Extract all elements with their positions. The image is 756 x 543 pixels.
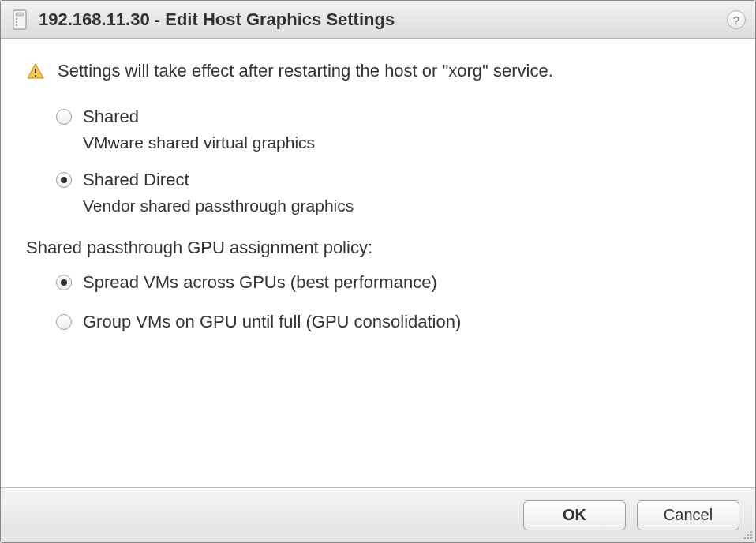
help-icon[interactable]: ? [727, 10, 746, 29]
radio-shared-direct-circle[interactable] [56, 172, 72, 188]
ok-button[interactable]: OK [523, 500, 626, 530]
radio-group-vms-circle[interactable] [56, 314, 72, 330]
info-row: Settings will take effect after restarti… [26, 61, 730, 81]
dialog-title: 192.168.11.30 - Edit Host Graphics Setti… [39, 9, 395, 30]
assignment-policy-label: Shared passthrough GPU assignment policy… [26, 238, 730, 258]
svg-point-9 [750, 534, 752, 536]
radio-shared-desc: VMware shared virtual graphics [83, 133, 730, 152]
cancel-button[interactable]: Cancel [637, 500, 739, 530]
radio-group-vms[interactable]: Group VMs on GPU until full (GPU consoli… [56, 312, 730, 332]
radio-spread-circle[interactable] [56, 275, 72, 290]
radio-shared-direct-label: Shared Direct [83, 170, 189, 190]
svg-rect-1 [16, 13, 24, 16]
dialog-content: Settings will take effect after restarti… [1, 39, 755, 487]
graphics-mode-group: Shared VMware shared virtual graphics Sh… [56, 107, 730, 215]
resize-grip-icon[interactable] [742, 529, 753, 540]
radio-shared-direct-desc: Vendor shared passthrough graphics [83, 197, 730, 215]
radio-shared-label: Shared [83, 107, 139, 127]
edit-host-graphics-dialog: 192.168.11.30 - Edit Host Graphics Setti… [0, 0, 756, 543]
radio-shared[interactable]: Shared [56, 107, 730, 127]
warning-icon [26, 62, 45, 81]
svg-point-8 [747, 534, 749, 536]
svg-point-2 [16, 18, 17, 20]
svg-rect-6 [35, 75, 36, 77]
titlebar: 192.168.11.30 - Edit Host Graphics Setti… [1, 1, 755, 39]
assignment-policy-group: Spread VMs across GPUs (best performance… [56, 272, 730, 332]
radio-spread[interactable]: Spread VMs across GPUs (best performance… [56, 272, 730, 293]
radio-shared-direct[interactable]: Shared Direct [56, 170, 730, 190]
radio-spread-label: Spread VMs across GPUs (best performance… [83, 272, 437, 293]
svg-point-7 [750, 531, 752, 533]
dialog-footer: OK Cancel [1, 487, 755, 542]
radio-shared-circle[interactable] [56, 109, 72, 125]
svg-point-3 [16, 21, 17, 23]
info-text: Settings will take effect after restarti… [58, 61, 553, 81]
svg-point-10 [744, 537, 746, 539]
svg-point-11 [747, 537, 749, 539]
svg-point-12 [750, 537, 752, 539]
host-icon [12, 9, 28, 31]
radio-group-vms-label: Group VMs on GPU until full (GPU consoli… [83, 312, 461, 332]
svg-point-4 [16, 24, 17, 26]
svg-rect-5 [35, 69, 36, 73]
